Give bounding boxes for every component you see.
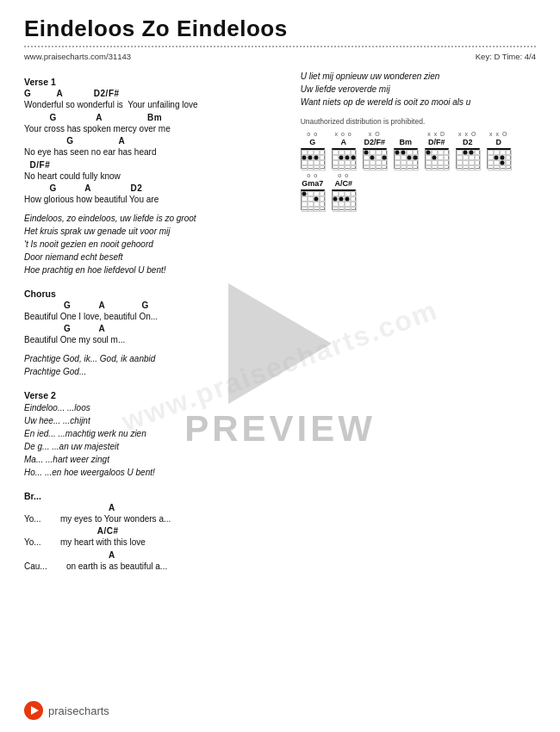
bridge-chord-1: A: [24, 502, 283, 513]
chorus-chord-1: G A G: [24, 300, 283, 311]
bridge-lyric-1: Yo... my eyes to Your wonders a...: [24, 513, 283, 526]
chord-G: o o G: [301, 131, 325, 169]
divider: [24, 46, 536, 47]
right-italian-lyrics: U liet mij opnieuw uw wonderen zien Uw l…: [301, 70, 536, 109]
chorus-section: Chorus G A G Beautiful One I love, beaut…: [24, 288, 283, 347]
song-title: Eindeloos Zo Eindeloos: [24, 16, 536, 42]
lyric-line-4: No heart could fully know: [24, 171, 283, 183]
chord-D2F: x O D2/F#: [363, 131, 387, 169]
chord-line-3: G A: [24, 135, 283, 146]
chord-AC: o o A/C#: [332, 172, 356, 210]
footer-play-button[interactable]: [24, 701, 43, 720]
chord-line-1: G A D2/F#: [24, 88, 283, 99]
chord-diagrams: o o G x o o A: [301, 131, 536, 210]
bridge-label: Br...: [24, 491, 283, 501]
chord-line-2: G A Bm: [24, 112, 283, 123]
chord-A: x o o A: [332, 131, 356, 169]
verse1-section: Verse 1 G A D2/F# Wonderful so wonderful…: [24, 77, 283, 207]
page: Eindeloos Zo Eindeloos www.praisecharts.…: [0, 0, 560, 732]
bridge-chord-2: A/C#: [24, 525, 283, 537]
verse1-italian: Eindeloos, zo eindeloos, uw liefde is zo…: [24, 212, 283, 276]
lyric-line-5: How glorious how beautiful You are: [24, 194, 283, 207]
url-key-row: www.praisecharts.com/31143 Key: D Time: …: [24, 52, 536, 61]
chord-line-4: D/F#: [24, 159, 283, 171]
footer: praisecharts: [24, 701, 109, 720]
chorus-lyric-2: Beautiful One my soul m...: [24, 334, 283, 347]
footer-brand: praisecharts: [48, 704, 109, 717]
chord-D: x x O D: [487, 131, 511, 169]
chorus-italian: Prachtige God, ik... God, ik aanbid Prac…: [24, 352, 283, 378]
bridge-lyric-3: Cau... on earth is as beautiful a...: [24, 561, 283, 574]
lyric-line-1: Wonderful so wonderful is Your unfailing…: [24, 99, 283, 112]
chorus-label: Chorus: [24, 288, 283, 299]
bridge-lyric-2: Yo... my heart with this love: [24, 537, 283, 549]
left-column: Verse 1 G A D2/F# Wonderful so wonderful…: [24, 70, 283, 573]
verse1-label: Verse 1: [24, 77, 283, 87]
chorus-chord-2: G A: [24, 323, 283, 334]
chorus-lyric-1: Beautiful One I love, beautiful On...: [24, 311, 283, 324]
verse2-section: Verse 2 Eindeloo... ...loos Uw hee... ..…: [24, 390, 283, 479]
chord-row-2: o o Gma7 o o A/C#: [301, 172, 536, 210]
unauthorized-text: Unauthorized distribution is prohibited.: [301, 117, 536, 126]
lyric-line-2: Your cross has spoken mercy over me: [24, 123, 283, 136]
lyric-line-3: No eye has seen no ear has heard: [24, 146, 283, 159]
chord-line-5: G A D2: [24, 183, 283, 194]
song-url: www.praisecharts.com/31143: [24, 52, 131, 61]
main-content: Verse 1 G A D2/F# Wonderful so wonderful…: [24, 70, 536, 573]
footer-play-icon: [31, 706, 39, 715]
chord-Bm: Bm: [394, 131, 418, 169]
chord-D2: x x O D2: [456, 131, 480, 169]
right-column: U liet mij opnieuw uw wonderen zien Uw l…: [301, 70, 536, 573]
key-time: Key: D Time: 4/4: [476, 52, 536, 61]
chord-DF: x x D D/F#: [425, 131, 449, 169]
chord-row-1: o o G x o o A: [301, 131, 536, 169]
chord-Gma7: o o Gma7: [301, 172, 325, 210]
verse2-label: Verse 2: [24, 390, 283, 400]
bridge-chord-3: A: [24, 549, 283, 561]
bridge-section: Br... A Yo... my eyes to Your wonders a.…: [24, 491, 283, 574]
